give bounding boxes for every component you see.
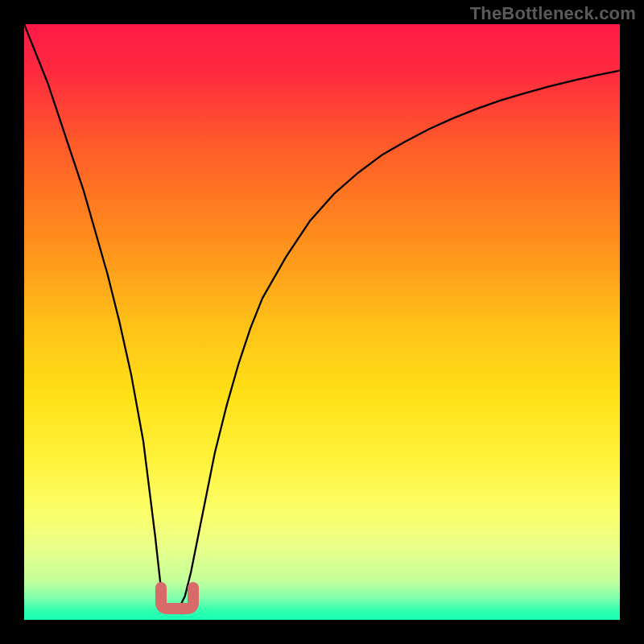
curve-left-branch [24,24,173,611]
watermark-text: TheBottleneck.com [470,3,636,24]
chart-frame: TheBottleneck.com [0,0,644,644]
highlight-u-marker [161,588,193,609]
plot-area [24,24,620,620]
curve-layer [24,24,620,620]
curve-right-branch [173,71,620,611]
